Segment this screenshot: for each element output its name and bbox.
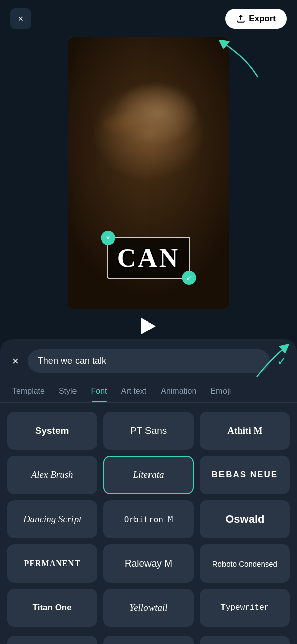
overlay-close-icon: ×: [106, 234, 110, 242]
tab-template[interactable]: Template: [5, 381, 52, 402]
tab-style[interactable]: Style: [52, 381, 84, 402]
font-item-raleway[interactable]: Raleway M: [103, 544, 193, 583]
font-label-oswald: Oswald: [225, 513, 264, 526]
tab-arttext[interactable]: Art text: [114, 381, 154, 402]
close-icon: ×: [18, 14, 24, 24]
tabs-row: Template Style Font Art text Animation E…: [0, 381, 297, 403]
font-item-literata[interactable]: Literata: [103, 456, 193, 494]
font-item-roboto[interactable]: Roboto Condensed: [200, 544, 290, 583]
font-item-alive[interactable]: Alive: [7, 636, 97, 644]
tab-animation[interactable]: Animation: [154, 381, 203, 402]
overlay-text: CAN: [117, 244, 180, 272]
font-grid-last-row: Alive Sweet Handwriting BROAD PEN DOODLE…: [0, 636, 297, 644]
search-row: × ✓: [0, 349, 297, 381]
search-input[interactable]: [28, 349, 270, 373]
font-label-ptsans: PT Sans: [130, 425, 167, 436]
font-item-permanent[interactable]: PERMANENT: [7, 544, 97, 583]
font-item-oswald[interactable]: Oswald: [200, 500, 290, 538]
text-overlay[interactable]: × CAN ↙: [107, 237, 190, 279]
font-label-typewriter: Typewriter: [220, 603, 269, 612]
font-label-dancing: Dancing Script: [23, 514, 82, 525]
font-label-roboto: Roboto Condensed: [212, 559, 277, 568]
font-item-sweet[interactable]: Sweet Handwriting: [103, 636, 193, 644]
export-icon: [236, 14, 245, 23]
export-label: Export: [249, 14, 276, 24]
font-label-athiti: Athiti M: [227, 425, 262, 436]
font-item-typewriter[interactable]: Typewriter: [200, 589, 290, 627]
font-label-orbitron: Orbitron M: [124, 515, 173, 524]
font-item-system[interactable]: System: [7, 412, 97, 450]
font-label-alexbrush: Alex Brush: [31, 469, 73, 480]
video-preview: × CAN ↙: [68, 37, 229, 309]
font-grid: System PT Sans Athiti M Alex Brush Liter…: [0, 403, 297, 636]
font-label-raleway: Raleway M: [125, 558, 172, 569]
play-button[interactable]: [141, 318, 156, 334]
font-item-ptsans[interactable]: PT Sans: [103, 412, 193, 450]
font-label-bebas: BEBAS NEUE: [212, 470, 278, 480]
tab-font[interactable]: Font: [84, 381, 114, 402]
close-button[interactable]: ×: [10, 8, 31, 29]
font-label-yellowtail: Yellowtail: [129, 602, 167, 613]
font-item-dancing[interactable]: Dancing Script: [7, 500, 97, 538]
bottom-panel: × ✓ Template Style Font Art text: [0, 339, 297, 644]
font-label-literata: Literata: [133, 469, 164, 480]
resize-icon: ↙: [186, 274, 192, 282]
font-label-permanent: PERMANENT: [24, 559, 81, 568]
font-item-alexbrush[interactable]: Alex Brush: [7, 456, 97, 494]
font-item-broad[interactable]: BROAD PEN DOODLE B: [200, 636, 290, 644]
font-item-orbitron[interactable]: Orbitron M: [103, 500, 193, 538]
font-item-titanone[interactable]: Titan One: [7, 589, 97, 627]
search-close-button[interactable]: ×: [10, 353, 21, 370]
font-item-bebas[interactable]: BEBAS NEUE: [200, 456, 290, 494]
overlay-close-button[interactable]: ×: [101, 231, 115, 245]
play-button-area[interactable]: [0, 309, 297, 339]
export-button[interactable]: Export: [225, 9, 287, 29]
font-item-athiti[interactable]: Athiti M: [200, 412, 290, 450]
video-section: × CAN ↙: [0, 37, 297, 309]
font-label-system: System: [35, 425, 69, 436]
tab-emoji[interactable]: Emoji: [203, 381, 238, 402]
font-item-yellowtail[interactable]: Yellowtail: [103, 589, 193, 627]
overlay-resize-handle[interactable]: ↙: [182, 271, 196, 285]
font-label-titanone: Titan One: [33, 603, 72, 613]
confirm-button[interactable]: ✓: [277, 354, 287, 368]
top-bar: × Export: [0, 0, 297, 37]
